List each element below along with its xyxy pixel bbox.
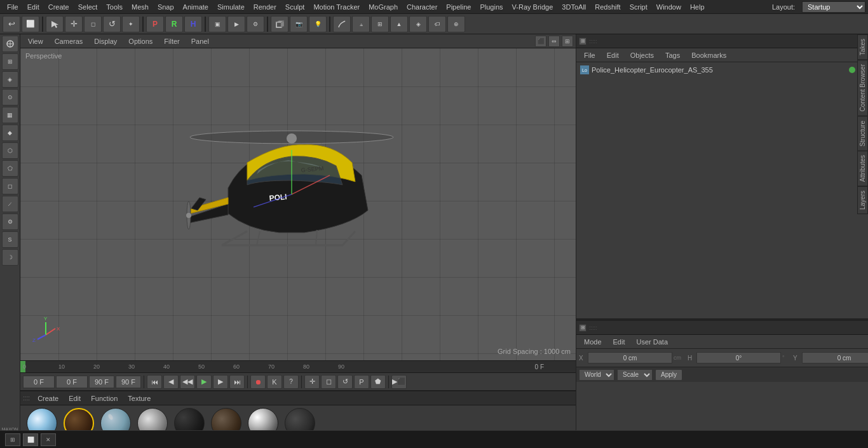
menu-create[interactable]: Create: [44, 0, 74, 14]
move-key-button[interactable]: ✛: [304, 375, 320, 389]
menu-mesh[interactable]: Mesh: [127, 0, 153, 14]
viewport-tab-filter[interactable]: Filter: [159, 36, 184, 46]
mat-tab-function[interactable]: Function: [88, 393, 120, 404]
left-tool-1[interactable]: [2, 36, 18, 52]
menu-edit[interactable]: Edit: [23, 0, 44, 14]
menu-tools[interactable]: Tools: [102, 0, 127, 14]
viewport-tab-cameras[interactable]: Cameras: [50, 36, 88, 46]
left-tool-12[interactable]: S: [2, 231, 18, 248]
record-button[interactable]: ⏺: [250, 375, 266, 389]
current-frame-input[interactable]: [23, 376, 55, 388]
left-tool-4[interactable]: ⊙: [2, 89, 18, 105]
menu-snap[interactable]: Snap: [153, 0, 179, 14]
left-tool-5[interactable]: ▦: [2, 107, 18, 123]
attr-tab-edit[interactable]: Edit: [609, 337, 629, 347]
taskbar-icon-2[interactable]: ⬜: [23, 433, 38, 446]
rotate-key-button[interactable]: ↺: [337, 375, 353, 389]
rotate-tool-button[interactable]: ↺: [103, 16, 121, 32]
menu-redshift[interactable]: Redshift: [590, 0, 625, 14]
mat-tab-edit[interactable]: Edit: [66, 393, 83, 404]
apply-button[interactable]: Apply: [655, 369, 682, 381]
object-visibility-dot[interactable]: [849, 67, 855, 73]
left-tool-2[interactable]: ⊞: [2, 53, 18, 70]
menu-file[interactable]: File: [3, 0, 23, 14]
effector-button[interactable]: ◈: [409, 16, 427, 32]
file-tab-file[interactable]: File: [580, 50, 599, 60]
file-tab-edit[interactable]: Edit: [603, 50, 623, 60]
vtab-takes[interactable]: Takes: [857, 34, 868, 60]
play-reverse-button[interactable]: ◀◀: [180, 375, 195, 389]
file-tab-objects[interactable]: Objects: [627, 50, 658, 60]
file-tab-tags[interactable]: Tags: [661, 50, 684, 60]
menu-render[interactable]: Render: [249, 0, 281, 14]
undo-button[interactable]: ↩: [3, 16, 20, 32]
end-frame-input-2[interactable]: [116, 376, 141, 388]
nurbs-button[interactable]: ⟁: [352, 16, 370, 32]
menu-vray[interactable]: V-Ray Bridge: [508, 0, 558, 14]
select-tool-button[interactable]: [46, 16, 64, 32]
left-tool-9[interactable]: ◻: [2, 178, 18, 194]
left-tool-13[interactable]: ☽: [2, 249, 18, 266]
go-to-end-button[interactable]: ⏭: [229, 375, 245, 389]
scale-tool-button[interactable]: ◻: [84, 16, 102, 32]
mat-tab-create[interactable]: Create: [35, 393, 61, 404]
menu-help[interactable]: Help: [686, 0, 709, 14]
start-frame-input[interactable]: [56, 376, 88, 388]
attr-tab-mode[interactable]: Mode: [580, 337, 606, 347]
auto-key-button[interactable]: K: [267, 375, 282, 389]
menu-plugins[interactable]: Plugins: [475, 0, 507, 14]
menu-animate[interactable]: Animate: [179, 0, 213, 14]
render-view-button[interactable]: ▶: [227, 16, 245, 32]
3d-viewport[interactable]: Perspective: [20, 48, 576, 360]
taskbar-close-button[interactable]: ✕: [41, 433, 56, 446]
point-key-button[interactable]: ⬟: [370, 375, 386, 389]
viewport-icon-expand[interactable]: ⬛: [535, 36, 546, 47]
menu-pipeline[interactable]: Pipeline: [442, 0, 475, 14]
menu-select[interactable]: Select: [74, 0, 102, 14]
viewport-tab-view[interactable]: View: [23, 36, 48, 46]
left-tool-7[interactable]: ⬡: [2, 142, 18, 159]
viewport-tab-panel[interactable]: Panel: [186, 36, 214, 46]
menu-3dtoall[interactable]: 3DToAll: [557, 0, 590, 14]
end-frame-input[interactable]: [89, 376, 114, 388]
boole-button[interactable]: ⊕: [447, 16, 465, 32]
coord-h-input[interactable]: [696, 352, 781, 363]
param-key-button[interactable]: P: [354, 375, 369, 389]
camera-button[interactable]: 📷: [290, 16, 308, 32]
menu-character[interactable]: Character: [402, 0, 442, 14]
tag-button[interactable]: 🏷: [428, 16, 446, 32]
object-row-helicopter[interactable]: Lo Police_Helicopter_Eurocopter_AS_355: [578, 64, 867, 76]
viewport-icon-layout[interactable]: ⊞: [562, 36, 573, 47]
render-region-button[interactable]: ▣: [208, 16, 226, 32]
go-to-start-button[interactable]: ⏮: [147, 375, 162, 389]
generator-button[interactable]: ▲: [390, 16, 408, 32]
scale-key-button[interactable]: ◻: [321, 375, 336, 389]
menu-window[interactable]: Window: [652, 0, 686, 14]
light-button[interactable]: 💡: [309, 16, 327, 32]
z-axis-button[interactable]: H: [184, 16, 202, 32]
left-tool-11[interactable]: ⚙: [2, 214, 18, 230]
spline-button[interactable]: [333, 16, 351, 32]
menu-simulate[interactable]: Simulate: [213, 0, 249, 14]
scale-dropdown[interactable]: Scale: [617, 369, 653, 381]
viewport-tab-display[interactable]: Display: [89, 36, 122, 46]
play-forward-button[interactable]: ▶: [196, 375, 212, 389]
menu-motion-tracker[interactable]: Motion Tracker: [309, 0, 364, 14]
motion-clip-button[interactable]: ▶⬛: [391, 375, 407, 389]
step-forward-button[interactable]: ▶: [213, 375, 228, 389]
viewport-icon-split[interactable]: ⇔: [548, 36, 560, 47]
y-axis-button[interactable]: R: [165, 16, 183, 32]
mat-tab-texture[interactable]: Texture: [125, 393, 153, 404]
left-tool-6[interactable]: ◆: [2, 125, 18, 141]
attr-tab-userdata[interactable]: User Data: [633, 337, 672, 347]
left-tool-8[interactable]: ⬠: [2, 160, 18, 177]
transform-button[interactable]: ✦: [122, 16, 140, 32]
vtab-structure[interactable]: Structure: [857, 116, 868, 151]
step-back-button[interactable]: ◀: [163, 375, 179, 389]
vtab-attributes[interactable]: Attributes: [857, 151, 868, 186]
help-button[interactable]: ?: [283, 375, 299, 389]
file-tab-bookmarks[interactable]: Bookmarks: [688, 50, 730, 60]
world-dropdown[interactable]: World: [579, 369, 614, 381]
coord-x-pos-input[interactable]: [588, 352, 672, 363]
menu-script[interactable]: Script: [625, 0, 652, 14]
